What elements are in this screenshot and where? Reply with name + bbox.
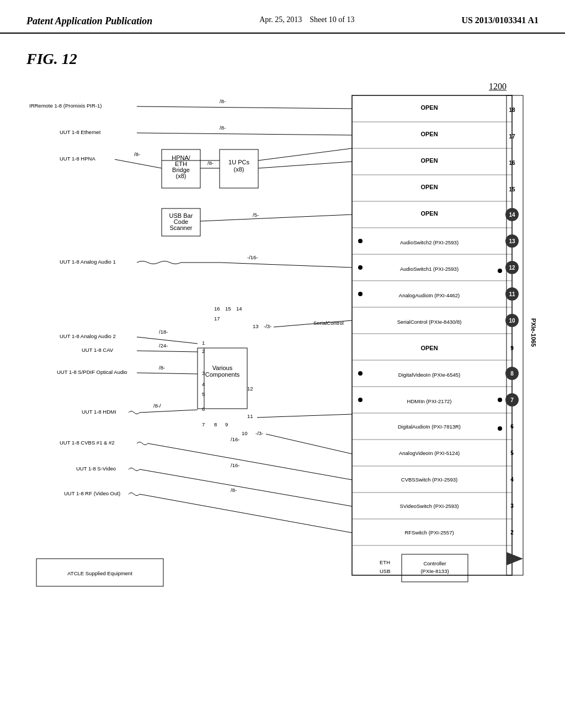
svg-line-136: [257, 414, 352, 417]
svg-text:13: 13: [253, 323, 259, 329]
svg-text:5: 5: [510, 450, 514, 456]
svg-text:AnalogAudioIn (PXI-4462): AnalogAudioIn (PXI-4462): [399, 292, 460, 298]
publication-title: Patent Application Publication: [26, 15, 152, 27]
svg-text:14: 14: [236, 306, 242, 312]
svg-text:AnalogVideoIn (PXI-5124): AnalogVideoIn (PXI-5124): [399, 450, 460, 456]
figure-label: FIG. 12: [26, 50, 539, 68]
svg-text:4: 4: [202, 381, 205, 387]
svg-text:3: 3: [202, 370, 205, 376]
svg-rect-18: [507, 95, 523, 575]
svg-line-142: [266, 434, 352, 454]
svg-text:8: 8: [214, 421, 217, 427]
svg-text:/8-: /8-: [134, 151, 140, 157]
svg-text:Controller: Controller: [423, 560, 446, 566]
svg-text:HDMIIn (PXI-2172): HDMIIn (PXI-2172): [407, 398, 452, 404]
svg-marker-43: [507, 552, 523, 565]
svg-point-53: [498, 269, 502, 273]
svg-text:USB: USB: [380, 568, 391, 574]
svg-text:9: 9: [225, 421, 228, 427]
svg-text:(x8): (x8): [176, 173, 186, 179]
svg-text:/8-: /8-: [220, 98, 226, 104]
svg-line-104: [220, 263, 352, 267]
svg-text:/8-/: /8-/: [153, 403, 161, 409]
diagram-svg: text { font-family: Arial, sans-serif; f…: [26, 79, 540, 675]
svg-text:3: 3: [510, 503, 514, 509]
svg-text:2: 2: [202, 348, 205, 354]
svg-text:DigitalVideoIn (PXIe-6545): DigitalVideoIn (PXIe-6545): [398, 372, 460, 378]
svg-line-101: [200, 215, 352, 221]
svg-text:/18-: /18-: [159, 329, 168, 335]
svg-text:11: 11: [247, 413, 253, 419]
svg-text:/16-: /16-: [231, 436, 239, 442]
svg-text:/8-: /8-: [159, 365, 165, 371]
svg-text:10: 10: [242, 430, 248, 436]
svg-text:4: 4: [510, 477, 514, 483]
svg-line-144: [148, 443, 352, 480]
svg-point-58: [358, 371, 363, 376]
svg-text:13: 13: [509, 238, 515, 244]
svg-text:UUT 1-8 CVBS #1 & #2: UUT 1-8 CVBS #1 & #2: [60, 440, 115, 446]
svg-text:14: 14: [509, 212, 515, 218]
svg-text:-/3-: -/3-: [264, 323, 271, 329]
svg-text:OPEN: OPEN: [420, 210, 438, 217]
svg-text:UUT 1-8 Analog Audio 2: UUT 1-8 Analog Audio 2: [60, 333, 116, 339]
svg-line-96: [258, 162, 352, 168]
svg-text:AudioSwitch1 (PXI-2593): AudioSwitch1 (PXI-2593): [400, 266, 459, 272]
svg-text:6: 6: [202, 406, 205, 412]
svg-text:Scanner: Scanner: [170, 224, 193, 231]
svg-point-51: [358, 265, 363, 270]
svg-point-60: [358, 398, 363, 402]
svg-text:7: 7: [202, 421, 205, 427]
svg-text:1: 1: [202, 340, 205, 346]
svg-text:SVideoSwitch (PXI-2593): SVideoSwitch (PXI-2593): [399, 503, 459, 509]
svg-text:/8-: /8-: [231, 487, 237, 493]
svg-text:OPEN: OPEN: [420, 157, 438, 164]
svg-text:16: 16: [214, 306, 220, 312]
svg-text:/24-: /24-: [159, 342, 168, 349]
svg-text:5: 5: [202, 391, 205, 397]
svg-text:7: 7: [510, 397, 514, 403]
svg-text:17: 17: [509, 133, 515, 140]
svg-text:UUT 1-8 HDMI: UUT 1-8 HDMI: [82, 409, 116, 415]
svg-text:/5-: /5-: [253, 212, 259, 218]
svg-text:/16-: /16-: [231, 462, 239, 468]
svg-rect-122: [198, 348, 247, 409]
sheet-info: Sheet 10 of 13: [310, 15, 354, 24]
svg-text:12: 12: [247, 386, 253, 392]
svg-text:/8-: /8-: [207, 160, 214, 166]
svg-text:ATCLE Supplied Equipment: ATCLE Supplied Equipment: [67, 570, 132, 576]
svg-text:10: 10: [509, 318, 515, 324]
svg-text:RFSwitch (PXI-2557): RFSwitch (PXI-2557): [404, 529, 454, 536]
diagram-container: 1200 text { font-family: Arial, sans-ser…: [26, 79, 540, 675]
pub-date: Apr. 25, 2013: [259, 15, 302, 24]
svg-text:UUT 1-8 RF (Video Out): UUT 1-8 RF (Video Out): [64, 490, 120, 496]
svg-point-54: [358, 292, 363, 296]
svg-text:15: 15: [509, 186, 515, 192]
svg-text:UUT 1-8 Ethernet: UUT 1-8 Ethernet: [60, 129, 101, 135]
svg-text:(x8): (x8): [234, 166, 244, 173]
svg-text:2: 2: [510, 529, 514, 536]
svg-text:DigitalAudioIn (PXI-7813R): DigitalAudioIn (PXI-7813R): [398, 424, 461, 430]
svg-text:IRRemote 1-8 (Promixis PIR-1): IRRemote 1-8 (Promixis PIR-1): [29, 103, 102, 109]
svg-text:OPEN: OPEN: [420, 131, 438, 137]
svg-text:-/3-: -/3-: [255, 430, 263, 436]
svg-text:12: 12: [509, 265, 515, 271]
svg-line-92: [115, 159, 162, 168]
svg-line-150: [140, 494, 352, 533]
svg-text:OPEN: OPEN: [420, 104, 438, 111]
svg-text:UUT 1-8 S/PDIF Optical Audio: UUT 1-8 S/PDIF Optical Audio: [57, 369, 127, 375]
svg-point-49: [358, 239, 363, 243]
svg-text:UUT 1-8 Analog Audio 1: UUT 1-8 Analog Audio 1: [60, 259, 116, 265]
svg-text:8: 8: [510, 371, 514, 377]
main-content: FIG. 12 1200 text { font-family: Arial, …: [0, 34, 565, 691]
svg-text:17: 17: [214, 315, 220, 322]
svg-text:6: 6: [510, 424, 514, 430]
svg-text:Components: Components: [205, 371, 240, 378]
svg-line-153: [258, 148, 352, 160]
svg-text:SerialControl (PXIe-8430/8): SerialControl (PXIe-8430/8): [397, 319, 462, 325]
svg-text:UUT 1-8 CAV: UUT 1-8 CAV: [82, 347, 114, 353]
svg-text:16: 16: [509, 160, 515, 166]
svg-text:15: 15: [225, 306, 231, 312]
svg-text:SerialControl: SerialControl: [313, 320, 344, 326]
svg-text:AudioSwitch2 (PXI-2593): AudioSwitch2 (PXI-2593): [400, 239, 459, 245]
